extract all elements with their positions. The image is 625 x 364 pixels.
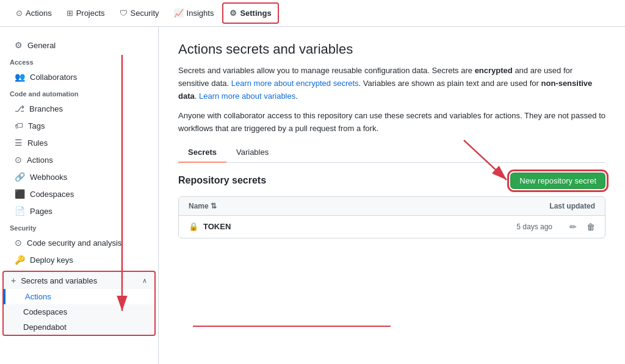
pages-icon: 📄 bbox=[15, 206, 25, 216]
secrets-variables-tabs: Secrets Variables bbox=[178, 143, 605, 163]
sidebar-sub-item-actions[interactable]: Actions bbox=[4, 289, 154, 304]
main-description-2: Anyone with collaborator access to this … bbox=[178, 110, 605, 135]
actions-sidebar-icon: ⊙ bbox=[15, 155, 22, 165]
table-row: 🔒 TOKEN 5 days ago ✏ 🗑 bbox=[179, 216, 605, 238]
sidebar-item-branches[interactable]: ⎇ Branches bbox=[5, 100, 153, 117]
nav-settings[interactable]: ⚙ Settings bbox=[222, 2, 278, 24]
sidebar-section-code-auto: Code and automation bbox=[0, 85, 158, 100]
sidebar-item-code-security[interactable]: ⊙ Code security and analysis bbox=[5, 234, 153, 251]
code-security-icon: ⊙ bbox=[15, 238, 22, 248]
secret-row-actions: 5 days ago ✏ 🗑 bbox=[516, 222, 595, 232]
webhooks-icon: 🔗 bbox=[15, 172, 25, 182]
secrets-variables-icon: + bbox=[11, 276, 16, 285]
general-icon: ⚙ bbox=[15, 40, 23, 50]
page-title: Actions secrets and variables bbox=[178, 41, 605, 57]
tab-variables[interactable]: Variables bbox=[226, 143, 278, 163]
repository-secrets-header: Repository secrets New repository secret bbox=[178, 173, 605, 189]
tab-secrets[interactable]: Secrets bbox=[178, 143, 226, 163]
nav-projects[interactable]: ⊞ Projects bbox=[60, 4, 111, 23]
table-col-last-updated: Last updated bbox=[549, 202, 595, 210]
nav-actions[interactable]: ⊙ Actions bbox=[10, 4, 58, 23]
sidebar-item-collaborators[interactable]: 👥 Collaborators bbox=[5, 68, 153, 85]
sidebar-section-security: Security bbox=[0, 219, 158, 234]
collaborators-icon: 👥 bbox=[15, 72, 25, 82]
repository-secrets-title: Repository secrets bbox=[178, 175, 266, 186]
nav-security[interactable]: 🛡 Security bbox=[114, 4, 165, 23]
secret-name-value: TOKEN bbox=[203, 222, 231, 231]
tags-icon: 🏷 bbox=[15, 121, 23, 130]
secrets-table: Name ⇅ Last updated 🔒 TOKEN 5 days ago ✏… bbox=[178, 196, 605, 238]
sidebar-item-rules[interactable]: ☰ Rules bbox=[5, 134, 153, 151]
sidebar-item-deploy-keys[interactable]: 🔑 Deploy keys bbox=[5, 251, 153, 268]
projects-nav-icon: ⊞ bbox=[67, 9, 73, 18]
learn-encrypted-secrets-link[interactable]: Learn more about encrypted secrets bbox=[231, 79, 359, 88]
main-description: Secrets and variables allow you to manag… bbox=[178, 65, 605, 102]
secret-name-cell: 🔒 TOKEN bbox=[189, 222, 231, 231]
codespaces-icon: ⬛ bbox=[15, 189, 25, 199]
rules-icon: ☰ bbox=[15, 138, 23, 148]
sidebar-sub-item-dependabot[interactable]: Dependabot bbox=[4, 319, 154, 335]
nav-insights[interactable]: 📈 Insights bbox=[168, 4, 220, 23]
sidebar-section-access: Access bbox=[0, 54, 158, 68]
edit-icon[interactable]: ✏ bbox=[569, 222, 577, 232]
delete-icon[interactable]: 🗑 bbox=[587, 222, 595, 232]
new-repository-secret-button[interactable]: New repository secret bbox=[510, 173, 605, 189]
deploy-keys-icon: 🔑 bbox=[15, 255, 25, 265]
actions-nav-icon: ⊙ bbox=[16, 9, 23, 18]
sidebar-item-codespaces[interactable]: ⬛ Codespaces bbox=[5, 185, 153, 202]
top-navigation: ⊙ Actions ⊞ Projects 🛡 Security 📈 Insigh… bbox=[0, 0, 625, 27]
chevron-up-icon: ∧ bbox=[142, 277, 147, 285]
sidebar-item-general[interactable]: ⚙ General bbox=[5, 37, 153, 54]
security-nav-icon: 🛡 bbox=[120, 9, 128, 18]
sidebar: ⚙ General Access 👥 Collaborators Code an… bbox=[0, 27, 159, 364]
sidebar-item-actions[interactable]: ⊙ Actions bbox=[5, 151, 153, 168]
sidebar-item-secrets-variables[interactable]: + Secrets and variables ∧ bbox=[4, 272, 154, 289]
insights-nav-icon: 📈 bbox=[174, 9, 184, 18]
learn-variables-link[interactable]: Learn more about variables bbox=[199, 91, 295, 101]
settings-nav-icon: ⚙ bbox=[229, 9, 237, 18]
sidebar-item-tags[interactable]: 🏷 Tags bbox=[5, 117, 153, 134]
secrets-variables-section: + Secrets and variables ∧ Actions Codesp… bbox=[2, 271, 156, 336]
sidebar-item-pages[interactable]: 📄 Pages bbox=[5, 202, 153, 219]
sidebar-item-webhooks[interactable]: 🔗 Webhooks bbox=[5, 168, 153, 185]
main-content: Actions secrets and variables Secrets an… bbox=[159, 27, 625, 364]
last-updated-value: 5 days ago bbox=[516, 223, 552, 231]
branches-icon: ⎇ bbox=[15, 104, 24, 113]
sidebar-sub-item-codespaces[interactable]: Codespaces bbox=[4, 304, 154, 319]
table-header: Name ⇅ Last updated bbox=[179, 197, 605, 216]
main-layout: ⚙ General Access 👥 Collaborators Code an… bbox=[0, 27, 625, 364]
table-col-name: Name ⇅ bbox=[189, 202, 217, 210]
lock-icon: 🔒 bbox=[189, 222, 198, 231]
